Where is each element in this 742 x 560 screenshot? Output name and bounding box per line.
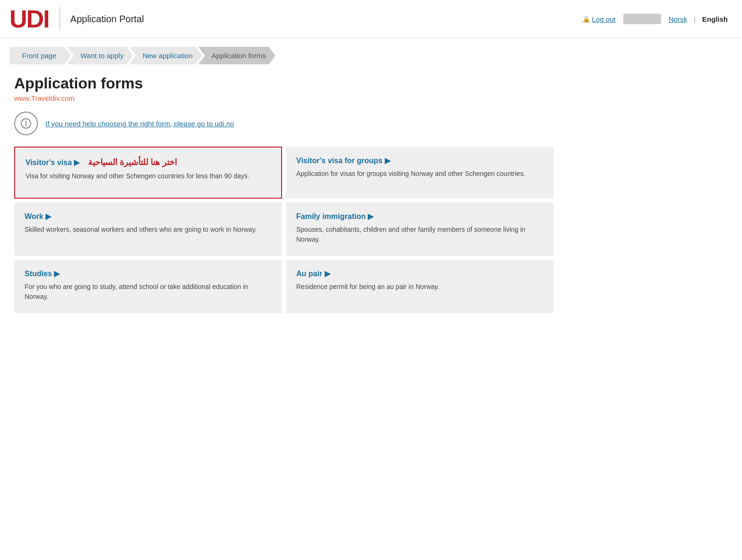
lang-divider: |: [694, 15, 696, 23]
card-desc-studies: For you who are going to study, attend s…: [25, 282, 272, 302]
card-title-text-work: Work ▶: [25, 212, 51, 221]
info-icon: [14, 112, 38, 135]
breadcrumb-want-to-apply[interactable]: Want to apply: [67, 47, 133, 64]
card-work[interactable]: Work ▶Skilled workers, seasonal workers …: [14, 202, 282, 256]
lang-norsk[interactable]: Norsk: [669, 15, 687, 23]
portal-title: Application Portal: [71, 14, 144, 25]
card-visitors-visa-groups[interactable]: Visitor's visa for groups ▶Application f…: [286, 147, 554, 199]
card-title-work: Work ▶: [25, 212, 272, 221]
breadcrumb-front-page[interactable]: Front page: [9, 47, 71, 64]
card-title-au-pair: Au pair ▶: [296, 269, 543, 278]
info-help-link[interactable]: If you need help choosing the right form…: [45, 120, 234, 128]
header-right: 🔒 Log out Norsk | English: [583, 14, 728, 24]
card-title-text-studies: Studies ▶: [25, 269, 60, 278]
logo-divider: [60, 7, 60, 31]
header: UDI Application Portal 🔒 Log out Norsk |…: [0, 0, 742, 38]
user-avatar: [623, 14, 661, 24]
breadcrumb-application-forms[interactable]: Application forms: [198, 47, 275, 64]
card-title-visitors-visa-groups: Visitor's visa for groups ▶: [296, 156, 543, 165]
card-title-visitors-visa: Visitor's visa ▶اختر هنا للتأشيرة السياح…: [26, 157, 271, 167]
logout-link[interactable]: 🔒 Log out: [583, 15, 616, 23]
lang-english[interactable]: English: [702, 15, 728, 23]
card-desc-family-immigration: Spouses, cohabitants, children and other…: [296, 225, 543, 245]
udi-logo: UDI: [9, 7, 49, 31]
card-desc-work: Skilled workers, seasonal workers and ot…: [25, 225, 272, 235]
card-desc-visitors-visa: Visa for visiting Norway and other Schen…: [26, 171, 271, 181]
lock-icon: 🔒: [583, 16, 590, 23]
info-box: If you need help choosing the right form…: [14, 112, 554, 135]
arabic-watermark-visitors-visa: اختر هنا للتأشيرة السياحية: [88, 157, 177, 167]
card-title-text-au-pair: Au pair ▶: [296, 269, 330, 278]
card-au-pair[interactable]: Au pair ▶Residence permit for being an a…: [286, 260, 554, 313]
card-family-immigration[interactable]: Family immigration ▶Spouses, cohabitants…: [286, 202, 554, 256]
card-desc-visitors-visa-groups: Application for visas for groups visitin…: [296, 169, 543, 179]
card-title-studies: Studies ▶: [25, 269, 272, 278]
card-desc-au-pair: Residence permit for being an au pair in…: [296, 282, 543, 292]
main-content: Application forms www.Traveldiv.com If y…: [0, 75, 568, 332]
card-visitors-visa[interactable]: Visitor's visa ▶اختر هنا للتأشيرة السياح…: [14, 147, 282, 199]
watermark-text: www.Traveldiv.com: [14, 94, 554, 102]
card-studies[interactable]: Studies ▶For you who are going to study,…: [14, 260, 282, 313]
card-title-text-family-immigration: Family immigration ▶: [296, 212, 373, 221]
breadcrumb-new-application[interactable]: New application: [129, 47, 202, 64]
header-left: UDI Application Portal: [9, 7, 144, 31]
card-title-text-visitors-visa-groups: Visitor's visa for groups ▶: [296, 156, 390, 165]
card-title-family-immigration: Family immigration ▶: [296, 212, 543, 221]
page-title: Application forms: [14, 75, 554, 92]
cards-grid: Visitor's visa ▶اختر هنا للتأشيرة السياح…: [14, 147, 554, 313]
breadcrumb: Front page Want to apply New application…: [0, 47, 742, 64]
logout-label: Log out: [592, 15, 616, 23]
card-title-text-visitors-visa: Visitor's visa ▶: [26, 158, 80, 167]
